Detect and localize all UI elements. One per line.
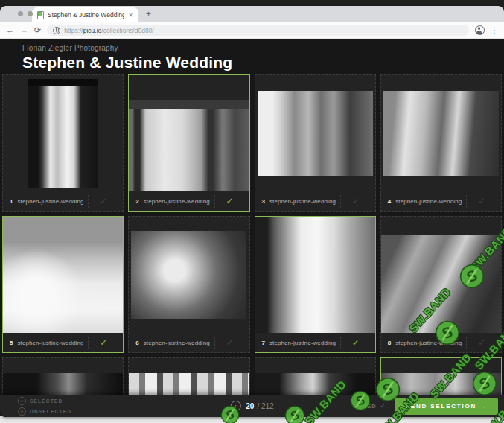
photo-number: 6 — [135, 340, 138, 346]
url-text: https://picu.io/collections/d0d80/ — [64, 27, 154, 34]
photo-thumbnail[interactable] — [381, 217, 501, 333]
photo-filename: stephen-justine-wedding-003.jpg — [269, 198, 336, 205]
legend-selected-label: SELECTED — [30, 398, 63, 404]
forward-icon[interactable]: → — [20, 26, 28, 34]
url-scheme: https:// — [64, 27, 83, 34]
photo-cell-5[interactable]: 5 stephen-justine-wedding-005.jpg ✓ — [2, 216, 124, 353]
legend-cross-icon: ✕ — [18, 407, 26, 416]
photo-cell-6[interactable]: 6 stephen-justine-wedding-006.jpg ✓ — [128, 216, 249, 353]
legend-check-icon: ✓ — [18, 397, 26, 405]
photo-thumbnail[interactable] — [129, 75, 249, 191]
photo-cell-3[interactable]: 3 stephen-justine-wedding-003.jpg ✓ — [255, 74, 376, 212]
photo-label: 5 stephen-justine-wedding-005.jpg ✓ — [3, 333, 123, 352]
select-toggle[interactable]: ✓ — [214, 337, 245, 349]
photo-filename: stephen-justine-wedding-007.jpg — [269, 340, 336, 346]
photo-thumbnail[interactable] — [3, 75, 123, 191]
select-toggle[interactable]: ✓ — [340, 337, 371, 349]
saved-status: SAVED ✓ — [353, 402, 386, 410]
photo-label: 3 stephen-justine-wedding-003.jpg ✓ — [255, 191, 375, 211]
page-title: Stephen & Justine Wedding — [22, 54, 482, 71]
photo-label: 8 stephen-justine-wedding-008.jpg ✓ — [381, 333, 501, 352]
photo-label: 1 stephen-justine-wedding-001.jpg ✓ — [3, 191, 123, 211]
legend-unselected-row: ✕ UNSELECTED — [18, 407, 71, 416]
tab-title: Stephen & Justine Wedding — [48, 11, 124, 19]
address-bar[interactable]: https://picu.io/collections/d0d80/ — [47, 25, 469, 36]
screenshot-root: Stephen & Justine Wedding ✕ + ← → ⟳ http… — [0, 0, 504, 423]
url-path: /collections/d0d80/ — [101, 27, 153, 34]
browser-toolbar: ← → ⟳ https://picu.io/collections/d0d80/… — [0, 22, 504, 39]
check-icon: ✓ — [100, 337, 107, 348]
photo-filename: stephen-justine-wedding-002.jpg — [144, 198, 210, 205]
check-icon: ✓ — [478, 337, 485, 348]
photo-number: 8 — [388, 340, 391, 346]
photo-number: 2 — [135, 198, 138, 205]
page-favicon-icon — [37, 11, 44, 19]
photo-filename: stephen-justine-wedding-001.jpg — [17, 198, 83, 205]
photo-filename: stephen-justine-wedding-005.jpg — [17, 340, 83, 346]
select-toggle[interactable]: ✓ — [214, 195, 245, 208]
studio-name: Florian Ziegler Photography — [22, 44, 482, 52]
select-toggle[interactable]: ✓ — [466, 337, 497, 349]
action-bar: ✓ SELECTED ✕ UNSELECTED i 20 / 212 SAVED… — [0, 395, 504, 417]
photo-label: 4 stephen-justine-wedding-004.jpg ✓ — [381, 191, 501, 211]
select-toggle[interactable]: ✓ — [340, 195, 371, 208]
photo-filename: stephen-justine-wedding-004.jpg — [395, 198, 462, 205]
reload-icon[interactable]: ⟳ — [34, 26, 41, 34]
legend-selected-row: ✓ SELECTED — [18, 397, 71, 405]
photo-thumbnail[interactable] — [3, 217, 123, 333]
select-toggle[interactable]: ✓ — [88, 337, 118, 349]
check-icon: ✓ — [226, 337, 233, 348]
photo-grid: 1 stephen-justine-wedding-001.jpg ✓ 2 st… — [2, 74, 502, 417]
photo-number: 7 — [262, 340, 265, 346]
photo-label: 2 stephen-justine-wedding-002.jpg ✓ — [129, 191, 249, 211]
photo-thumbnail[interactable] — [255, 217, 375, 333]
photo-cell-4[interactable]: 4 stephen-justine-wedding-004.jpg ✓ — [380, 74, 502, 212]
photo-cell-7[interactable]: 7 stephen-justine-wedding-007.jpg ✓ — [255, 216, 376, 353]
selection-count: i 20 / 212 — [230, 401, 273, 411]
browser-window: Stephen & Justine Wedding ✕ + ← → ⟳ http… — [0, 6, 504, 417]
photo-number: 3 — [262, 198, 265, 205]
browser-tab[interactable]: Stephen & Justine Wedding ✕ — [32, 7, 138, 22]
count-current: 20 — [246, 402, 254, 410]
photo-cell-8[interactable]: 8 stephen-justine-wedding-008.jpg ✓ — [380, 216, 502, 353]
page-header: Florian Ziegler Photography Stephen & Ju… — [0, 39, 504, 75]
check-icon: ✓ — [100, 196, 107, 206]
select-toggle[interactable]: ✓ — [88, 195, 118, 208]
info-icon[interactable]: i — [230, 401, 240, 411]
window-minimize-button[interactable] — [28, 11, 33, 16]
profile-avatar-icon[interactable] — [475, 25, 485, 35]
saved-check-icon: ✓ — [380, 402, 386, 410]
photo-number: 1 — [10, 198, 13, 205]
photo-thumbnail[interactable] — [129, 217, 249, 333]
back-icon[interactable]: ← — [6, 26, 14, 34]
browser-menu-icon[interactable]: ⋮ — [491, 27, 498, 34]
browser-tabstrip: Stephen & Justine Wedding ✕ + — [0, 6, 504, 22]
saved-label: SAVED — [353, 403, 377, 410]
photo-filename: stephen-justine-wedding-008.jpg — [395, 340, 462, 346]
photo-thumbnail[interactable] — [255, 75, 375, 191]
tab-close-icon[interactable]: ✕ — [128, 12, 133, 19]
photo-number: 5 — [10, 340, 13, 346]
window-close-button[interactable] — [18, 11, 23, 16]
check-icon: ✓ — [352, 337, 360, 348]
select-toggle[interactable]: ✓ — [466, 195, 497, 208]
selection-legend: ✓ SELECTED ✕ UNSELECTED — [18, 397, 71, 416]
gallery-page: Florian Ziegler Photography Stephen & Ju… — [0, 39, 504, 417]
check-icon: ✓ — [478, 196, 485, 206]
legend-unselected-label: UNSELECTED — [30, 409, 71, 414]
send-selection-button[interactable]: SEND SELECTION → — [395, 398, 498, 415]
new-tab-button[interactable]: + — [146, 9, 151, 19]
photo-cell-1[interactable]: 1 stephen-justine-wedding-001.jpg ✓ — [2, 74, 124, 212]
count-total: / 212 — [257, 402, 273, 410]
url-domain: picu.io — [83, 27, 102, 34]
photo-cell-2[interactable]: 2 stephen-justine-wedding-002.jpg ✓ — [128, 74, 249, 212]
photo-label: 6 stephen-justine-wedding-006.jpg ✓ — [129, 333, 249, 352]
photo-label: 7 stephen-justine-wedding-007.jpg ✓ — [255, 333, 375, 352]
photo-thumbnail[interactable] — [381, 75, 501, 191]
photo-filename: stephen-justine-wedding-006.jpg — [144, 340, 210, 346]
check-icon: ✓ — [352, 196, 360, 206]
photo-number: 4 — [388, 198, 391, 205]
check-icon: ✓ — [226, 196, 233, 206]
site-globe-icon — [53, 27, 60, 34]
